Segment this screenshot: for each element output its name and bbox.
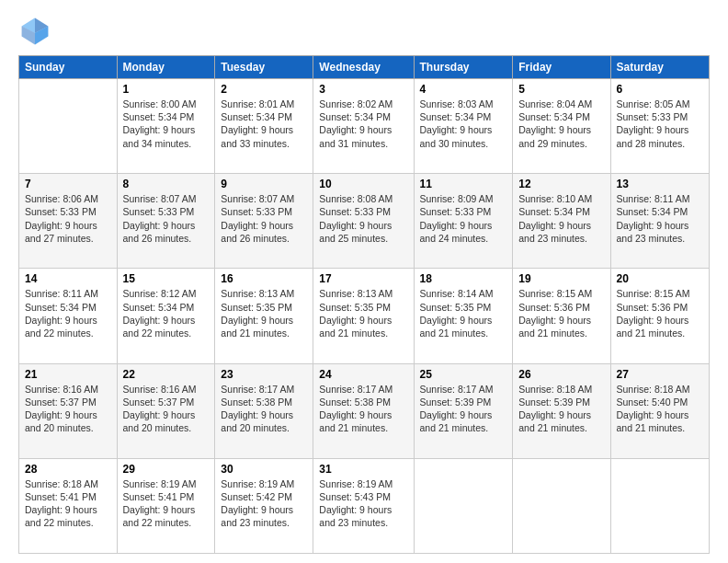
calendar-cell: 26Sunrise: 8:18 AMSunset: 5:39 PMDayligh… — [513, 363, 610, 458]
day-number: 16 — [221, 272, 307, 285]
day-number: 12 — [518, 178, 604, 190]
calendar-cell: 24Sunrise: 8:17 AMSunset: 5:38 PMDayligh… — [313, 363, 414, 458]
day-number: 9 — [221, 178, 307, 190]
calendar-cell — [19, 79, 118, 174]
weekday-header: Sunday — [19, 56, 118, 79]
page: SundayMondayTuesdayWednesdayThursdayFrid… — [0, 0, 728, 563]
calendar-cell: 1Sunrise: 8:00 AMSunset: 5:34 PMDaylight… — [117, 79, 215, 174]
day-info: Sunrise: 8:02 AMSunset: 5:34 PMDaylight:… — [319, 98, 407, 150]
day-number: 7 — [25, 178, 111, 190]
calendar-cell: 31Sunrise: 8:19 AMSunset: 5:43 PMDayligh… — [313, 458, 414, 553]
day-info: Sunrise: 8:19 AMSunset: 5:41 PMDaylight:… — [123, 477, 210, 530]
calendar-cell: 28Sunrise: 8:18 AMSunset: 5:41 PMDayligh… — [19, 458, 118, 553]
calendar-cell: 11Sunrise: 8:09 AMSunset: 5:33 PMDayligh… — [414, 174, 513, 269]
day-number: 22 — [123, 368, 210, 381]
calendar-cell: 29Sunrise: 8:19 AMSunset: 5:41 PMDayligh… — [117, 458, 215, 553]
calendar-cell — [610, 458, 709, 553]
calendar-cell: 6Sunrise: 8:05 AMSunset: 5:33 PMDaylight… — [610, 79, 709, 174]
calendar-week-row: 14Sunrise: 8:11 AMSunset: 5:34 PMDayligh… — [19, 269, 710, 363]
day-number: 28 — [25, 463, 111, 476]
day-info: Sunrise: 8:00 AMSunset: 5:34 PMDaylight:… — [123, 98, 210, 150]
calendar-cell — [414, 458, 513, 553]
day-info: Sunrise: 8:19 AMSunset: 5:43 PMDaylight:… — [319, 477, 407, 530]
day-info: Sunrise: 8:18 AMSunset: 5:40 PMDaylight:… — [617, 383, 703, 435]
day-number: 4 — [420, 83, 507, 96]
calendar-cell: 5Sunrise: 8:04 AMSunset: 5:34 PMDaylight… — [513, 79, 610, 174]
day-info: Sunrise: 8:06 AMSunset: 5:33 PMDaylight:… — [25, 192, 111, 245]
calendar-cell: 23Sunrise: 8:17 AMSunset: 5:38 PMDayligh… — [215, 363, 313, 458]
calendar-week-row: 28Sunrise: 8:18 AMSunset: 5:41 PMDayligh… — [19, 458, 710, 553]
header — [18, 15, 710, 48]
calendar-cell: 13Sunrise: 8:11 AMSunset: 5:34 PMDayligh… — [610, 174, 709, 269]
calendar-week-row: 7Sunrise: 8:06 AMSunset: 5:33 PMDaylight… — [19, 174, 710, 269]
logo-icon — [18, 15, 51, 48]
day-info: Sunrise: 8:01 AMSunset: 5:34 PMDaylight:… — [221, 98, 307, 150]
day-number: 3 — [319, 83, 407, 96]
weekday-header: Saturday — [610, 56, 709, 79]
day-number: 27 — [617, 368, 703, 381]
day-number: 6 — [617, 83, 703, 96]
calendar-cell: 25Sunrise: 8:17 AMSunset: 5:39 PMDayligh… — [414, 363, 513, 458]
calendar-cell: 27Sunrise: 8:18 AMSunset: 5:40 PMDayligh… — [610, 363, 709, 458]
calendar-cell: 12Sunrise: 8:10 AMSunset: 5:34 PMDayligh… — [513, 174, 610, 269]
day-number: 2 — [221, 83, 307, 96]
calendar-cell: 9Sunrise: 8:07 AMSunset: 5:33 PMDaylight… — [215, 174, 313, 269]
day-number: 13 — [617, 178, 703, 190]
calendar-header-row: SundayMondayTuesdayWednesdayThursdayFrid… — [19, 56, 710, 79]
day-info: Sunrise: 8:17 AMSunset: 5:38 PMDaylight:… — [319, 383, 407, 435]
weekday-header: Tuesday — [215, 56, 313, 79]
day-number: 23 — [221, 368, 307, 381]
weekday-header: Friday — [513, 56, 610, 79]
day-info: Sunrise: 8:15 AMSunset: 5:36 PMDaylight:… — [518, 287, 604, 339]
calendar-cell: 22Sunrise: 8:16 AMSunset: 5:37 PMDayligh… — [117, 363, 215, 458]
calendar-cell — [513, 458, 610, 553]
day-info: Sunrise: 8:04 AMSunset: 5:34 PMDaylight:… — [518, 98, 604, 150]
calendar-table: SundayMondayTuesdayWednesdayThursdayFrid… — [18, 55, 710, 554]
calendar-cell: 30Sunrise: 8:19 AMSunset: 5:42 PMDayligh… — [215, 458, 313, 553]
calendar-cell: 19Sunrise: 8:15 AMSunset: 5:36 PMDayligh… — [513, 269, 610, 363]
calendar-cell: 3Sunrise: 8:02 AMSunset: 5:34 PMDaylight… — [313, 79, 414, 174]
day-number: 8 — [123, 178, 210, 190]
day-info: Sunrise: 8:08 AMSunset: 5:33 PMDaylight:… — [319, 192, 407, 245]
calendar-cell: 17Sunrise: 8:13 AMSunset: 5:35 PMDayligh… — [313, 269, 414, 363]
day-number: 17 — [319, 272, 407, 285]
day-info: Sunrise: 8:18 AMSunset: 5:41 PMDaylight:… — [25, 477, 111, 530]
calendar-cell: 18Sunrise: 8:14 AMSunset: 5:35 PMDayligh… — [414, 269, 513, 363]
calendar-week-row: 1Sunrise: 8:00 AMSunset: 5:34 PMDaylight… — [19, 79, 710, 174]
day-info: Sunrise: 8:13 AMSunset: 5:35 PMDaylight:… — [319, 287, 407, 339]
day-info: Sunrise: 8:17 AMSunset: 5:38 PMDaylight:… — [221, 383, 307, 435]
calendar-cell: 20Sunrise: 8:15 AMSunset: 5:36 PMDayligh… — [610, 269, 709, 363]
day-number: 29 — [123, 463, 210, 476]
day-number: 21 — [25, 368, 111, 381]
weekday-header: Wednesday — [313, 56, 414, 79]
weekday-header: Thursday — [414, 56, 513, 79]
day-number: 30 — [221, 463, 307, 476]
calendar-cell: 2Sunrise: 8:01 AMSunset: 5:34 PMDaylight… — [215, 79, 313, 174]
day-info: Sunrise: 8:12 AMSunset: 5:34 PMDaylight:… — [123, 287, 210, 339]
day-info: Sunrise: 8:18 AMSunset: 5:39 PMDaylight:… — [518, 383, 604, 435]
weekday-header: Monday — [117, 56, 215, 79]
day-info: Sunrise: 8:14 AMSunset: 5:35 PMDaylight:… — [420, 287, 507, 339]
day-number: 11 — [420, 178, 507, 190]
logo — [18, 15, 55, 48]
day-number: 31 — [319, 463, 407, 476]
day-info: Sunrise: 8:13 AMSunset: 5:35 PMDaylight:… — [221, 287, 307, 339]
day-number: 18 — [420, 272, 507, 285]
day-number: 1 — [123, 83, 210, 96]
day-number: 26 — [518, 368, 604, 381]
day-number: 20 — [617, 272, 703, 285]
day-number: 25 — [420, 368, 507, 381]
day-info: Sunrise: 8:11 AMSunset: 5:34 PMDaylight:… — [617, 192, 703, 245]
day-info: Sunrise: 8:09 AMSunset: 5:33 PMDaylight:… — [420, 192, 507, 245]
day-info: Sunrise: 8:16 AMSunset: 5:37 PMDaylight:… — [25, 383, 111, 435]
calendar-week-row: 21Sunrise: 8:16 AMSunset: 5:37 PMDayligh… — [19, 363, 710, 458]
calendar-cell: 8Sunrise: 8:07 AMSunset: 5:33 PMDaylight… — [117, 174, 215, 269]
day-info: Sunrise: 8:15 AMSunset: 5:36 PMDaylight:… — [617, 287, 703, 339]
day-info: Sunrise: 8:19 AMSunset: 5:42 PMDaylight:… — [221, 477, 307, 530]
day-info: Sunrise: 8:17 AMSunset: 5:39 PMDaylight:… — [420, 383, 507, 435]
calendar-cell: 4Sunrise: 8:03 AMSunset: 5:34 PMDaylight… — [414, 79, 513, 174]
day-info: Sunrise: 8:11 AMSunset: 5:34 PMDaylight:… — [25, 287, 111, 339]
calendar-cell: 7Sunrise: 8:06 AMSunset: 5:33 PMDaylight… — [19, 174, 118, 269]
day-info: Sunrise: 8:10 AMSunset: 5:34 PMDaylight:… — [518, 192, 604, 245]
day-number: 24 — [319, 368, 407, 381]
